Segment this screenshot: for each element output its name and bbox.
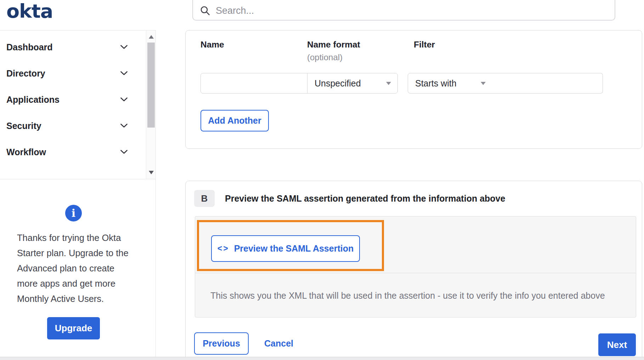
attribute-statements-panel: Name Name format (optional) Filter Unspe…	[185, 30, 642, 149]
preview-description: This shows you the XML that will be used…	[210, 273, 629, 318]
upgrade-button[interactable]: Upgrade	[47, 317, 100, 339]
page-bottom-edge	[0, 357, 644, 360]
chevron-down-icon	[120, 97, 128, 102]
okta-logo: okta	[6, 0, 53, 22]
filter-operator-select[interactable]: Starts with	[408, 73, 492, 94]
info-icon: i	[65, 205, 82, 221]
sidebar-item-label: Dashboard	[6, 42, 53, 52]
previous-button[interactable]: Previous	[194, 332, 249, 355]
chevron-down-icon	[120, 150, 128, 154]
step-b-badge: B	[194, 190, 215, 207]
select-caret-icon	[481, 82, 486, 85]
sidebar-item-label: Workflow	[6, 147, 46, 157]
select-caret-icon	[386, 82, 391, 85]
name-format-select[interactable]: Unspecified	[307, 73, 398, 94]
name-format-column-label: Name format	[307, 40, 360, 50]
preview-section-heading: Preview the SAML assertion generated fro…	[225, 193, 505, 204]
filter-operator-selected-value: Starts with	[415, 78, 457, 89]
scrollbar-thumb[interactable]	[147, 43, 155, 128]
sidebar-item-label: Applications	[6, 95, 60, 105]
global-search[interactable]	[192, 0, 615, 21]
attribute-name-input[interactable]	[200, 73, 307, 94]
scroll-up-icon[interactable]	[149, 35, 154, 39]
upgrade-notice-text: Thanks for trying the Okta Starter plan.…	[17, 230, 132, 306]
scroll-down-icon[interactable]	[149, 171, 154, 174]
chevron-down-icon	[120, 124, 128, 128]
sidebar-item-label: Directory	[6, 68, 45, 79]
add-another-button[interactable]: Add Another	[200, 110, 269, 131]
sidebar-item-applications[interactable]: Applications	[0, 86, 146, 113]
preview-saml-assertion-label: Preview the SAML Assertion	[234, 243, 354, 254]
search-icon	[200, 6, 210, 16]
sidebar-item-security[interactable]: Security	[0, 113, 146, 139]
preview-saml-panel: B Preview the SAML assertion generated f…	[185, 181, 642, 360]
next-button[interactable]: Next	[598, 333, 636, 356]
chevron-down-icon	[120, 71, 128, 75]
chevron-down-icon	[120, 45, 128, 49]
preview-assertion-box: <> Preview the SAML Assertion This shows…	[195, 216, 636, 317]
sidebar-scrollbar[interactable]	[146, 30, 156, 179]
filter-value-input[interactable]	[492, 73, 603, 94]
search-input[interactable]	[216, 5, 608, 16]
sidebar-item-dashboard[interactable]: Dashboard	[0, 34, 146, 60]
upgrade-notice: i Thanks for trying the Okta Starter pla…	[0, 205, 149, 339]
code-icon: <>	[218, 244, 229, 253]
sidebar-nav: Dashboard Directory Applications Securit…	[0, 30, 156, 179]
name-format-optional-label: (optional)	[307, 52, 343, 62]
filter-column-label: Filter	[414, 40, 435, 50]
cancel-button[interactable]: Cancel	[264, 332, 293, 355]
sidebar-item-workflow[interactable]: Workflow	[0, 139, 146, 165]
sidebar-divider	[156, 30, 156, 357]
name-column-label: Name	[200, 40, 224, 50]
sidebar-item-label: Security	[6, 121, 41, 131]
preview-saml-assertion-button[interactable]: <> Preview the SAML Assertion	[211, 235, 360, 262]
name-format-selected-value: Unspecified	[315, 78, 361, 89]
sidebar-item-directory[interactable]: Directory	[0, 60, 146, 86]
